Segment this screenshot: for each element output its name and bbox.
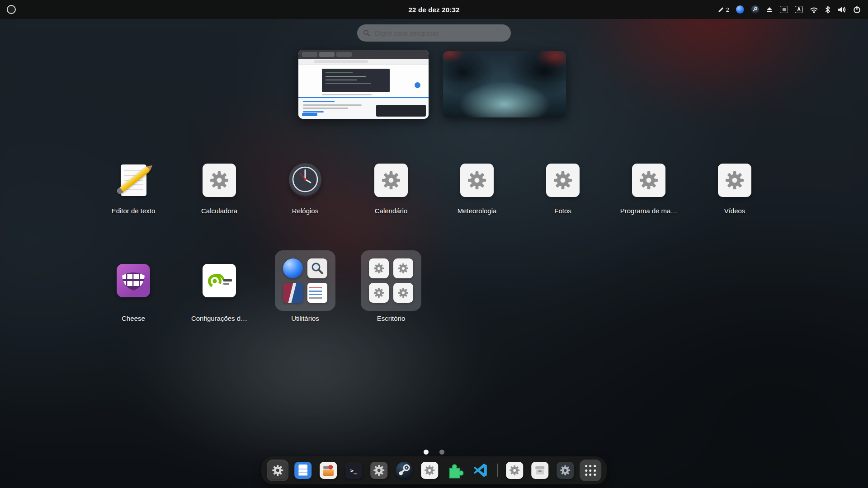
dock-app-text-editor[interactable]: [292, 460, 314, 481]
app-item-relogios[interactable]: Relógios: [262, 163, 348, 215]
globe-mini-icon: [283, 258, 303, 278]
window-tab: [302, 52, 317, 57]
show-apps-grid-icon: [585, 465, 596, 476]
app-item-escritorio[interactable]: Escritório: [348, 249, 434, 322]
cheese-icon: [117, 264, 150, 297]
clocks-icon: [288, 163, 322, 198]
orange-app-icon: [320, 462, 337, 479]
dash-dock: >_: [261, 456, 607, 484]
dock-app-extension[interactable]: [444, 460, 466, 481]
dock-separator: [497, 464, 498, 477]
search-icon: [363, 29, 370, 37]
app-item-programa-de-ma[interactable]: Programa de ma…: [606, 163, 692, 215]
app-item-videos[interactable]: Vídeos: [692, 163, 778, 215]
app-label: Calculadora: [201, 207, 237, 215]
app-label: Cheese: [122, 314, 145, 322]
generic-app-icon: [203, 164, 236, 197]
wifi-icon[interactable]: [810, 6, 818, 14]
app-folder-icon: [275, 250, 335, 311]
window-lower-panel: [298, 97, 429, 119]
dock-app-vscode[interactable]: [469, 460, 491, 481]
app-label: Relógios: [292, 207, 318, 215]
window-tab: [319, 52, 335, 57]
app-label: Configurações d…: [191, 314, 247, 322]
magnifier-mini-icon: [307, 258, 327, 278]
page-dot-1[interactable]: [424, 450, 429, 455]
tweaks-gear-icon: [269, 462, 286, 479]
puzzle-extension-icon: [446, 462, 463, 479]
archive-icon: [531, 462, 548, 479]
volume-icon[interactable]: [837, 6, 846, 14]
generic-mini-icon: [393, 258, 413, 278]
generic-mini-icon: [369, 258, 389, 278]
dark-app-gear-icon: [557, 462, 574, 479]
page-dot-2[interactable]: [439, 450, 444, 455]
app-item-editor-de-texto[interactable]: Editor de texto: [90, 163, 176, 215]
tool-indicator-icon[interactable]: 2: [717, 6, 729, 13]
search-input[interactable]: [374, 29, 511, 38]
window-tab-bar: [298, 50, 429, 59]
app-item-calendario[interactable]: Calendário: [348, 163, 434, 215]
app-folder-icon: [361, 250, 421, 311]
text-editor-icon: [117, 164, 150, 197]
app-item-cheese[interactable]: Cheese: [90, 249, 176, 322]
app-item-configuracoes-d[interactable]: Configurações d…: [176, 249, 262, 322]
settings-gear-icon: [370, 462, 387, 479]
dock-app-orange[interactable]: [317, 460, 339, 481]
dock-app-steam[interactable]: [393, 460, 415, 481]
app-label: Calendário: [375, 207, 408, 215]
generic-app-icon: [506, 462, 523, 479]
dock-app-generic-1[interactable]: [419, 460, 440, 481]
browser-tray-icon[interactable]: [736, 5, 744, 14]
window-text-line: [322, 94, 372, 95]
window-tab: [336, 52, 352, 57]
generic-mini-icon: [369, 283, 389, 303]
input-method-icon[interactable]: A: [795, 6, 803, 13]
bluetooth-icon[interactable]: [825, 6, 830, 14]
app-label: Programa de ma…: [620, 207, 678, 215]
window-blue-button: [415, 82, 420, 88]
app-item-calculadora[interactable]: Calculadora: [176, 163, 262, 215]
dock-app-generic-2[interactable]: [504, 460, 525, 481]
generic-app-icon: [546, 164, 580, 197]
page-indicator: [424, 450, 444, 455]
app-label: Fotos: [554, 207, 571, 215]
generic-app-icon: [718, 164, 751, 197]
window-dark-screenshot: [322, 69, 390, 92]
generic-app-icon: [421, 462, 438, 479]
artwork-window-thumbnail[interactable]: [443, 51, 566, 117]
browser-window-thumbnail[interactable]: [298, 50, 429, 119]
image-viewer-mini-icon: [283, 283, 303, 303]
clock-date-label[interactable]: 22 de dez 20:32: [408, 6, 459, 14]
window-url-pill: [314, 60, 368, 63]
generic-app-icon: [374, 164, 408, 197]
panel-box-icon[interactable]: [780, 6, 788, 13]
search-bar[interactable]: [357, 24, 511, 42]
app-label: Meteorologia: [458, 207, 497, 215]
system-status-area[interactable]: 2 A: [717, 5, 868, 14]
generic-mini-icon: [393, 283, 413, 303]
app-label: Escritório: [377, 314, 406, 322]
app-item-fotos[interactable]: Fotos: [520, 163, 606, 215]
dock-app-tweaks[interactable]: [267, 460, 288, 481]
dock-show-apps[interactable]: [580, 460, 601, 481]
dock-app-archive[interactable]: [529, 460, 551, 481]
blue-document-icon: [294, 462, 311, 479]
power-icon[interactable]: [853, 6, 861, 14]
dock-app-dark[interactable]: [554, 460, 576, 481]
generic-app-icon: [460, 164, 494, 197]
dock-app-settings[interactable]: [368, 460, 390, 481]
wallpaper-dim-overlay: [0, 0, 868, 488]
dock-app-terminal[interactable]: >_: [343, 460, 364, 481]
app-grid-row-2: Cheese Configurações d… UtilitáriosEscri…: [90, 249, 778, 322]
steam-tray-icon[interactable]: [751, 5, 759, 14]
app-item-utilitarios[interactable]: Utilitários: [262, 249, 348, 322]
top-bar: 22 de dez 20:32 2 A: [0, 0, 868, 19]
app-label: Editor de texto: [112, 207, 156, 215]
activities-indicator-icon[interactable]: [7, 5, 16, 14]
app-item-meteorologia[interactable]: Meteorologia: [434, 163, 520, 215]
eject-icon[interactable]: [766, 6, 773, 13]
vscode-icon: [472, 462, 489, 479]
app-label: Vídeos: [724, 207, 745, 215]
app-label: Utilitários: [291, 314, 319, 322]
